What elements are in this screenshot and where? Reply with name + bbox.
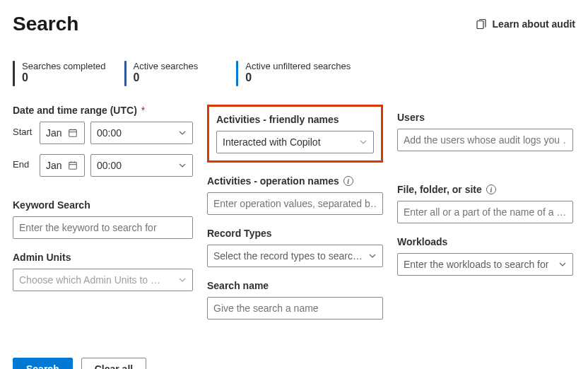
start-month-value: Jan <box>46 127 62 139</box>
admin-units-select[interactable]: Choose which Admin Units to … <box>13 269 193 291</box>
admin-units-label: Admin Units <box>13 252 193 263</box>
workloads-label: Workloads <box>397 236 573 247</box>
stat-value: 0 <box>22 71 106 84</box>
learn-about-audit-label: Learn about audit <box>493 18 575 30</box>
end-month-picker[interactable]: Jan <box>40 154 85 177</box>
chevron-down-icon <box>178 276 187 284</box>
activities-friendly-label: Activities - friendly names <box>216 114 374 125</box>
stat-active-unfiltered: Active unfiltered searches 0 <box>236 61 351 86</box>
stat-value: 0 <box>134 71 199 84</box>
workloads-placeholder: Enter the workloads to search for <box>404 259 548 270</box>
calendar-icon <box>68 128 78 138</box>
stat-searches-completed: Searches completed 0 <box>13 61 106 86</box>
chevron-down-icon <box>368 252 377 260</box>
stat-bar <box>236 61 238 86</box>
required-mark: * <box>141 105 145 116</box>
info-icon[interactable]: i <box>486 184 496 194</box>
file-folder-site-label: File, folder, or site i <box>397 184 573 195</box>
chevron-down-icon <box>178 129 187 137</box>
stat-value: 0 <box>245 71 351 84</box>
end-time-picker[interactable]: 00:00 <box>90 154 193 177</box>
document-pair-icon <box>476 18 487 30</box>
clear-all-button[interactable]: Clear all <box>81 358 146 369</box>
start-month-picker[interactable]: Jan <box>40 122 85 144</box>
activities-friendly-value: Interacted with Copilot <box>223 136 321 148</box>
file-folder-site-input[interactable] <box>397 201 573 223</box>
end-time-value: 00:00 <box>97 160 122 171</box>
users-input[interactable] <box>397 129 573 151</box>
workloads-select[interactable]: Enter the workloads to search for <box>397 253 573 276</box>
stat-active-searches: Active searches 0 <box>124 61 199 86</box>
chevron-down-icon <box>558 260 567 269</box>
admin-units-placeholder: Choose which Admin Units to … <box>19 274 160 286</box>
start-sublabel: Start <box>13 127 34 137</box>
users-label: Users <box>397 112 573 123</box>
activities-op-input[interactable] <box>207 192 383 215</box>
chevron-down-icon <box>359 138 368 146</box>
stat-bar <box>124 61 127 86</box>
stat-bar <box>13 61 15 86</box>
keyword-search-label: Keyword Search <box>13 199 193 211</box>
stat-label: Active unfiltered searches <box>245 61 351 71</box>
activities-op-label: Activities - operation names i <box>207 175 383 187</box>
svg-rect-0 <box>477 21 483 29</box>
start-time-picker[interactable]: 00:00 <box>90 122 193 144</box>
activities-friendly-select[interactable]: Interacted with Copilot <box>216 131 374 153</box>
record-types-select[interactable]: Select the record types to searc… <box>207 245 383 267</box>
activities-friendly-highlight: Activities - friendly names Interacted w… <box>207 105 383 163</box>
record-types-label: Record Types <box>207 228 383 239</box>
svg-rect-1 <box>69 130 76 137</box>
stat-label: Searches completed <box>22 61 106 71</box>
calendar-icon <box>68 160 78 170</box>
end-sublabel: End <box>13 159 34 170</box>
chevron-down-icon <box>178 161 187 170</box>
date-range-label: Date and time range (UTC) * <box>13 105 193 116</box>
start-time-value: 00:00 <box>97 127 122 139</box>
search-name-input[interactable] <box>207 297 383 320</box>
record-types-placeholder: Select the record types to searc… <box>213 250 363 262</box>
learn-about-audit-link[interactable]: Learn about audit <box>476 18 575 30</box>
page-title: Search <box>13 13 78 35</box>
info-icon[interactable]: i <box>343 176 353 186</box>
search-stats-row: Searches completed 0 Active searches 0 A… <box>13 61 575 86</box>
stat-label: Active searches <box>134 61 199 71</box>
svg-rect-5 <box>69 163 76 170</box>
search-button[interactable]: Search <box>13 358 73 369</box>
keyword-search-input[interactable] <box>13 216 193 239</box>
end-month-value: Jan <box>46 160 62 171</box>
search-name-label: Search name <box>207 280 383 291</box>
